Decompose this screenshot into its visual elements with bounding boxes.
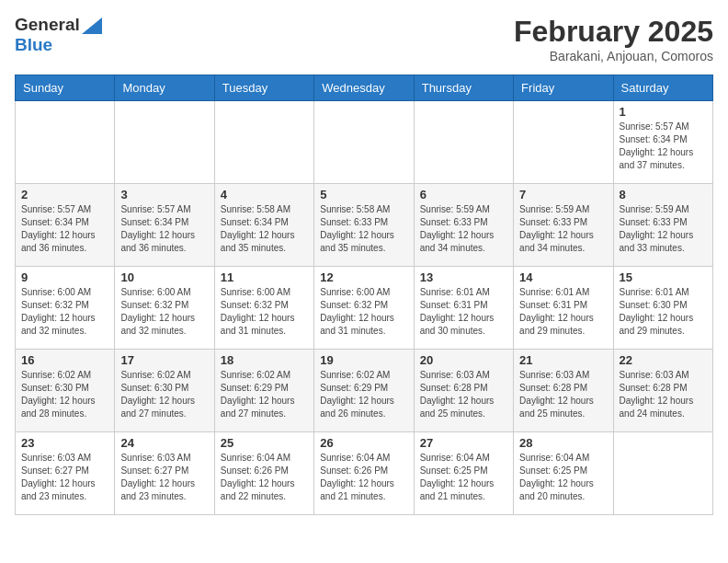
day-number: 14 <box>519 270 607 284</box>
day-info: Sunrise: 6:04 AM Sunset: 6:26 PM Dayligh… <box>221 452 308 503</box>
col-header-thursday: Thursday <box>414 75 513 101</box>
calendar-cell: 13Sunrise: 6:01 AM Sunset: 6:31 PM Dayli… <box>414 267 513 350</box>
calendar-cell: 27Sunrise: 6:04 AM Sunset: 6:25 PM Dayli… <box>414 432 513 515</box>
day-info: Sunrise: 6:02 AM Sunset: 6:30 PM Dayligh… <box>21 369 108 420</box>
day-info: Sunrise: 6:03 AM Sunset: 6:27 PM Dayligh… <box>21 452 108 503</box>
day-info: Sunrise: 6:01 AM Sunset: 6:30 PM Dayligh… <box>620 286 707 338</box>
col-header-sunday: Sunday <box>16 75 115 101</box>
calendar-cell: 20Sunrise: 6:03 AM Sunset: 6:28 PM Dayli… <box>414 350 513 432</box>
calendar-cell: 12Sunrise: 6:00 AM Sunset: 6:32 PM Dayli… <box>314 267 414 350</box>
day-info: Sunrise: 5:57 AM Sunset: 6:34 PM Dayligh… <box>120 203 208 255</box>
day-info: Sunrise: 5:58 AM Sunset: 6:33 PM Dayligh… <box>320 203 407 255</box>
day-number: 25 <box>221 436 308 450</box>
calendar-cell <box>314 101 414 184</box>
calendar-cell: 8Sunrise: 5:59 AM Sunset: 6:33 PM Daylig… <box>613 184 712 267</box>
calendar-week-row: 9Sunrise: 6:00 AM Sunset: 6:32 PM Daylig… <box>16 267 713 350</box>
day-number: 6 <box>420 188 507 201</box>
calendar-cell: 22Sunrise: 6:03 AM Sunset: 6:28 PM Dayli… <box>613 350 712 432</box>
calendar-cell: 4Sunrise: 5:58 AM Sunset: 6:34 PM Daylig… <box>214 184 313 267</box>
day-number: 5 <box>320 188 407 201</box>
calendar-cell <box>514 101 613 184</box>
calendar-cell: 26Sunrise: 6:04 AM Sunset: 6:26 PM Dayli… <box>314 432 414 515</box>
day-info: Sunrise: 6:04 AM Sunset: 6:25 PM Dayligh… <box>420 452 507 503</box>
calendar-cell: 2Sunrise: 5:57 AM Sunset: 6:34 PM Daylig… <box>16 184 115 267</box>
col-header-friday: Friday <box>514 75 613 101</box>
calendar-week-row: 16Sunrise: 6:02 AM Sunset: 6:30 PM Dayli… <box>16 350 713 432</box>
day-info: Sunrise: 6:02 AM Sunset: 6:29 PM Dayligh… <box>221 369 308 420</box>
logo: General Blue <box>15 15 102 55</box>
calendar-cell <box>214 101 313 184</box>
calendar-cell <box>414 101 513 184</box>
calendar-cell: 21Sunrise: 6:03 AM Sunset: 6:28 PM Dayli… <box>514 350 613 432</box>
day-number: 22 <box>620 353 707 367</box>
day-info: Sunrise: 6:03 AM Sunset: 6:28 PM Dayligh… <box>519 369 607 420</box>
day-info: Sunrise: 5:59 AM Sunset: 6:33 PM Dayligh… <box>420 203 507 255</box>
calendar-cell: 1Sunrise: 5:57 AM Sunset: 6:34 PM Daylig… <box>613 101 712 184</box>
day-info: Sunrise: 6:03 AM Sunset: 6:27 PM Dayligh… <box>120 452 208 503</box>
day-info: Sunrise: 6:01 AM Sunset: 6:31 PM Dayligh… <box>519 286 607 338</box>
day-number: 16 <box>21 353 108 367</box>
day-info: Sunrise: 6:04 AM Sunset: 6:25 PM Dayligh… <box>519 452 607 503</box>
day-number: 20 <box>420 353 507 367</box>
day-number: 12 <box>320 270 407 284</box>
calendar-cell: 10Sunrise: 6:00 AM Sunset: 6:32 PM Dayli… <box>115 267 214 350</box>
calendar-cell: 5Sunrise: 5:58 AM Sunset: 6:33 PM Daylig… <box>314 184 414 267</box>
logo-icon <box>82 17 102 34</box>
svg-marker-0 <box>82 17 102 34</box>
calendar-cell: 23Sunrise: 6:03 AM Sunset: 6:27 PM Dayli… <box>16 432 115 515</box>
calendar-header-row: SundayMondayTuesdayWednesdayThursdayFrid… <box>16 75 713 101</box>
day-number: 4 <box>221 188 308 201</box>
col-header-tuesday: Tuesday <box>214 75 313 101</box>
day-number: 28 <box>519 436 607 450</box>
day-number: 26 <box>320 436 407 450</box>
calendar-cell: 3Sunrise: 5:57 AM Sunset: 6:34 PM Daylig… <box>115 184 214 267</box>
calendar-cell: 11Sunrise: 6:00 AM Sunset: 6:32 PM Dayli… <box>214 267 313 350</box>
month-title: February 2025 <box>514 15 713 49</box>
calendar-cell: 18Sunrise: 6:02 AM Sunset: 6:29 PM Dayli… <box>214 350 313 432</box>
day-info: Sunrise: 6:00 AM Sunset: 6:32 PM Dayligh… <box>21 286 108 338</box>
day-number: 13 <box>420 270 507 284</box>
calendar-cell <box>613 432 712 515</box>
calendar-cell: 6Sunrise: 5:59 AM Sunset: 6:33 PM Daylig… <box>414 184 513 267</box>
day-number: 15 <box>620 270 707 284</box>
day-number: 23 <box>21 436 108 450</box>
calendar-week-row: 23Sunrise: 6:03 AM Sunset: 6:27 PM Dayli… <box>16 432 713 515</box>
day-number: 3 <box>120 188 208 201</box>
title-section: February 2025 Barakani, Anjouan, Comoros <box>514 15 713 63</box>
calendar-cell: 25Sunrise: 6:04 AM Sunset: 6:26 PM Dayli… <box>214 432 313 515</box>
day-number: 8 <box>620 188 707 201</box>
day-number: 9 <box>21 270 108 284</box>
day-info: Sunrise: 6:03 AM Sunset: 6:28 PM Dayligh… <box>420 369 507 420</box>
calendar-cell: 17Sunrise: 6:02 AM Sunset: 6:30 PM Dayli… <box>115 350 214 432</box>
day-info: Sunrise: 6:01 AM Sunset: 6:31 PM Dayligh… <box>420 286 507 338</box>
calendar-cell: 14Sunrise: 6:01 AM Sunset: 6:31 PM Dayli… <box>514 267 613 350</box>
col-header-monday: Monday <box>115 75 214 101</box>
calendar-cell <box>115 101 214 184</box>
day-number: 1 <box>620 105 707 119</box>
day-info: Sunrise: 6:00 AM Sunset: 6:32 PM Dayligh… <box>320 286 407 338</box>
calendar-page: General Blue February 2025 Barakani, Anj… <box>0 0 728 563</box>
header: General Blue February 2025 Barakani, Anj… <box>15 15 713 63</box>
day-number: 27 <box>420 436 507 450</box>
day-number: 11 <box>221 270 308 284</box>
calendar-cell: 28Sunrise: 6:04 AM Sunset: 6:25 PM Dayli… <box>514 432 613 515</box>
logo-general: General <box>15 15 80 35</box>
day-info: Sunrise: 6:02 AM Sunset: 6:29 PM Dayligh… <box>320 369 407 420</box>
day-info: Sunrise: 5:58 AM Sunset: 6:34 PM Dayligh… <box>221 203 308 255</box>
logo-blue: Blue <box>15 35 52 54</box>
day-number: 19 <box>320 353 407 367</box>
location-subtitle: Barakani, Anjouan, Comoros <box>514 49 713 63</box>
day-number: 2 <box>21 188 108 201</box>
col-header-saturday: Saturday <box>613 75 712 101</box>
calendar-cell: 15Sunrise: 6:01 AM Sunset: 6:30 PM Dayli… <box>613 267 712 350</box>
calendar-cell: 19Sunrise: 6:02 AM Sunset: 6:29 PM Dayli… <box>314 350 414 432</box>
day-info: Sunrise: 5:57 AM Sunset: 6:34 PM Dayligh… <box>620 121 707 172</box>
day-info: Sunrise: 6:02 AM Sunset: 6:30 PM Dayligh… <box>120 369 208 420</box>
day-info: Sunrise: 6:04 AM Sunset: 6:26 PM Dayligh… <box>320 452 407 503</box>
day-info: Sunrise: 6:03 AM Sunset: 6:28 PM Dayligh… <box>620 369 707 420</box>
calendar-cell: 16Sunrise: 6:02 AM Sunset: 6:30 PM Dayli… <box>16 350 115 432</box>
day-number: 21 <box>519 353 607 367</box>
calendar-cell: 24Sunrise: 6:03 AM Sunset: 6:27 PM Dayli… <box>115 432 214 515</box>
day-info: Sunrise: 6:00 AM Sunset: 6:32 PM Dayligh… <box>120 286 208 338</box>
day-number: 7 <box>519 188 607 201</box>
